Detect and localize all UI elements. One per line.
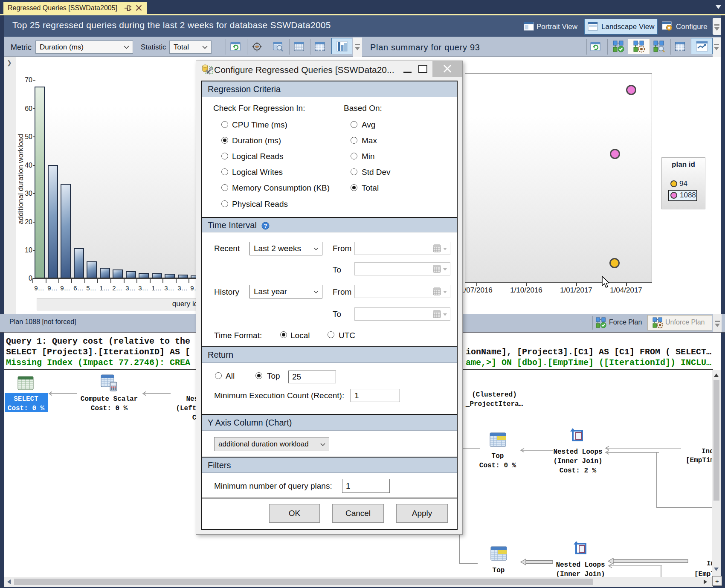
svg-text:?: ? <box>264 223 267 229</box>
